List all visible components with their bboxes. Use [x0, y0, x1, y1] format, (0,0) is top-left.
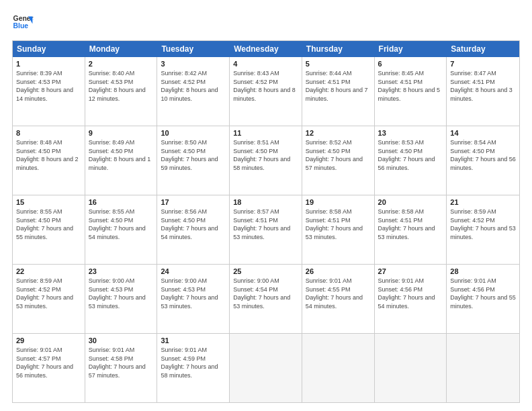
day-info: Sunrise: 9:00 AMSunset: 4:54 PMDaylight:…	[233, 277, 298, 310]
calendar-row-2: 15Sunrise: 8:55 AMSunset: 4:50 PMDayligh…	[13, 195, 519, 265]
day-cell-24: 24Sunrise: 9:00 AMSunset: 4:53 PMDayligh…	[157, 265, 230, 333]
day-number: 15	[16, 198, 81, 206]
day-cell-19: 19Sunrise: 8:58 AMSunset: 4:51 PMDayligh…	[302, 195, 375, 264]
header: General Blue	[12, 12, 520, 34]
day-info: Sunrise: 8:53 AMSunset: 4:50 PMDaylight:…	[378, 138, 443, 172]
empty-cell	[375, 334, 447, 402]
day-info: Sunrise: 9:01 AMSunset: 4:56 PMDaylight:…	[378, 277, 443, 310]
day-number: 3	[161, 60, 226, 68]
day-number: 12	[306, 129, 371, 137]
day-cell-20: 20Sunrise: 8:58 AMSunset: 4:51 PMDayligh…	[375, 195, 447, 264]
day-info: Sunrise: 9:01 AMSunset: 4:57 PMDaylight:…	[16, 346, 81, 379]
day-cell-1: 1Sunrise: 8:39 AMSunset: 4:53 PMDaylight…	[13, 57, 85, 126]
day-info: Sunrise: 8:50 AMSunset: 4:50 PMDaylight:…	[161, 138, 226, 172]
calendar-header: SundayMondayTuesdayWednesdayThursdayFrid…	[13, 41, 519, 57]
day-info: Sunrise: 8:44 AMSunset: 4:51 PMDaylight:…	[306, 69, 371, 103]
day-number: 24	[161, 267, 226, 275]
day-cell-6: 6Sunrise: 8:45 AMSunset: 4:51 PMDaylight…	[375, 57, 447, 126]
day-info: Sunrise: 8:43 AMSunset: 4:52 PMDaylight:…	[233, 69, 298, 103]
day-number: 27	[378, 267, 443, 275]
day-info: Sunrise: 9:00 AMSunset: 4:53 PMDaylight:…	[161, 277, 226, 310]
day-cell-4: 4Sunrise: 8:43 AMSunset: 4:52 PMDaylight…	[230, 57, 302, 126]
day-info: Sunrise: 8:47 AMSunset: 4:51 PMDaylight:…	[450, 69, 516, 103]
day-number: 14	[450, 129, 516, 137]
day-cell-26: 26Sunrise: 9:01 AMSunset: 4:55 PMDayligh…	[302, 265, 375, 333]
day-cell-17: 17Sunrise: 8:56 AMSunset: 4:50 PMDayligh…	[157, 195, 230, 264]
day-cell-14: 14Sunrise: 8:54 AMSunset: 4:50 PMDayligh…	[447, 126, 519, 195]
day-number: 10	[161, 129, 226, 137]
calendar-row-3: 22Sunrise: 8:59 AMSunset: 4:52 PMDayligh…	[13, 265, 519, 334]
day-info: Sunrise: 9:01 AMSunset: 4:55 PMDaylight:…	[306, 277, 371, 310]
day-info: Sunrise: 8:59 AMSunset: 4:52 PMDaylight:…	[16, 277, 81, 310]
calendar-row-0: 1Sunrise: 8:39 AMSunset: 4:53 PMDaylight…	[13, 57, 519, 126]
day-info: Sunrise: 9:01 AMSunset: 4:58 PMDaylight:…	[89, 346, 154, 379]
header-day-monday: Monday	[85, 41, 158, 57]
day-cell-8: 8Sunrise: 8:48 AMSunset: 4:50 PMDaylight…	[13, 126, 85, 195]
day-number: 1	[16, 60, 81, 68]
day-info: Sunrise: 8:56 AMSunset: 4:50 PMDaylight:…	[161, 208, 226, 241]
day-cell-12: 12Sunrise: 8:52 AMSunset: 4:50 PMDayligh…	[302, 126, 375, 195]
day-info: Sunrise: 8:51 AMSunset: 4:50 PMDaylight:…	[233, 138, 298, 172]
day-info: Sunrise: 8:40 AMSunset: 4:53 PMDaylight:…	[89, 69, 154, 103]
header-day-thursday: Thursday	[302, 41, 375, 57]
day-info: Sunrise: 8:39 AMSunset: 4:53 PMDaylight:…	[16, 69, 81, 103]
day-number: 4	[233, 60, 298, 68]
day-cell-21: 21Sunrise: 8:59 AMSunset: 4:52 PMDayligh…	[447, 195, 519, 264]
day-cell-23: 23Sunrise: 9:00 AMSunset: 4:53 PMDayligh…	[85, 265, 158, 333]
day-cell-13: 13Sunrise: 8:53 AMSunset: 4:50 PMDayligh…	[375, 126, 447, 195]
day-number: 20	[378, 198, 443, 206]
day-number: 31	[161, 336, 226, 345]
day-number: 28	[450, 267, 516, 275]
day-number: 22	[16, 267, 81, 275]
day-cell-7: 7Sunrise: 8:47 AMSunset: 4:51 PMDaylight…	[447, 57, 519, 126]
day-number: 5	[306, 60, 371, 68]
day-cell-25: 25Sunrise: 9:00 AMSunset: 4:54 PMDayligh…	[230, 265, 302, 333]
day-number: 19	[306, 198, 371, 206]
header-day-tuesday: Tuesday	[157, 41, 230, 57]
day-number: 11	[233, 129, 298, 137]
day-number: 17	[161, 198, 226, 206]
day-number: 6	[378, 60, 443, 68]
day-number: 2	[89, 60, 154, 68]
empty-cell	[230, 334, 302, 402]
day-cell-18: 18Sunrise: 8:57 AMSunset: 4:51 PMDayligh…	[230, 195, 302, 264]
day-info: Sunrise: 8:58 AMSunset: 4:51 PMDaylight:…	[378, 208, 443, 241]
day-info: Sunrise: 9:01 AMSunset: 4:56 PMDaylight:…	[450, 277, 516, 310]
day-cell-2: 2Sunrise: 8:40 AMSunset: 4:53 PMDaylight…	[85, 57, 158, 126]
day-number: 18	[233, 198, 298, 206]
day-info: Sunrise: 8:55 AMSunset: 4:50 PMDaylight:…	[89, 208, 154, 241]
day-cell-15: 15Sunrise: 8:55 AMSunset: 4:50 PMDayligh…	[13, 195, 85, 264]
day-cell-3: 3Sunrise: 8:42 AMSunset: 4:52 PMDaylight…	[157, 57, 230, 126]
header-day-saturday: Saturday	[447, 41, 519, 57]
day-info: Sunrise: 9:00 AMSunset: 4:53 PMDaylight:…	[89, 277, 154, 310]
day-cell-10: 10Sunrise: 8:50 AMSunset: 4:50 PMDayligh…	[157, 126, 230, 195]
day-info: Sunrise: 8:58 AMSunset: 4:51 PMDaylight:…	[306, 208, 371, 241]
page: General Blue SundayMondayTuesdayWednesda…	[0, 0, 532, 411]
day-number: 13	[378, 129, 443, 137]
calendar: SundayMondayTuesdayWednesdayThursdayFrid…	[12, 40, 520, 403]
header-day-wednesday: Wednesday	[230, 41, 302, 57]
calendar-body: 1Sunrise: 8:39 AMSunset: 4:53 PMDaylight…	[13, 57, 519, 402]
day-cell-27: 27Sunrise: 9:01 AMSunset: 4:56 PMDayligh…	[375, 265, 447, 333]
day-number: 30	[89, 336, 154, 345]
day-cell-30: 30Sunrise: 9:01 AMSunset: 4:58 PMDayligh…	[85, 334, 158, 402]
logo: General Blue	[12, 12, 34, 34]
day-info: Sunrise: 9:01 AMSunset: 4:59 PMDaylight:…	[161, 346, 226, 379]
day-info: Sunrise: 8:48 AMSunset: 4:50 PMDaylight:…	[16, 138, 81, 172]
day-number: 21	[450, 198, 516, 206]
day-number: 7	[450, 60, 516, 68]
empty-cell	[302, 334, 375, 402]
day-cell-31: 31Sunrise: 9:01 AMSunset: 4:59 PMDayligh…	[157, 334, 230, 402]
day-number: 23	[89, 267, 154, 275]
day-info: Sunrise: 8:42 AMSunset: 4:52 PMDaylight:…	[161, 69, 226, 103]
day-cell-22: 22Sunrise: 8:59 AMSunset: 4:52 PMDayligh…	[13, 265, 85, 333]
day-info: Sunrise: 8:57 AMSunset: 4:51 PMDaylight:…	[233, 208, 298, 241]
day-info: Sunrise: 8:55 AMSunset: 4:50 PMDaylight:…	[16, 208, 81, 241]
day-cell-5: 5Sunrise: 8:44 AMSunset: 4:51 PMDaylight…	[302, 57, 375, 126]
day-number: 8	[16, 129, 81, 137]
day-cell-16: 16Sunrise: 8:55 AMSunset: 4:50 PMDayligh…	[85, 195, 158, 264]
day-number: 29	[16, 336, 81, 345]
svg-text:Blue: Blue	[13, 22, 29, 30]
calendar-row-1: 8Sunrise: 8:48 AMSunset: 4:50 PMDaylight…	[13, 126, 519, 195]
logo-icon: General Blue	[12, 12, 34, 34]
